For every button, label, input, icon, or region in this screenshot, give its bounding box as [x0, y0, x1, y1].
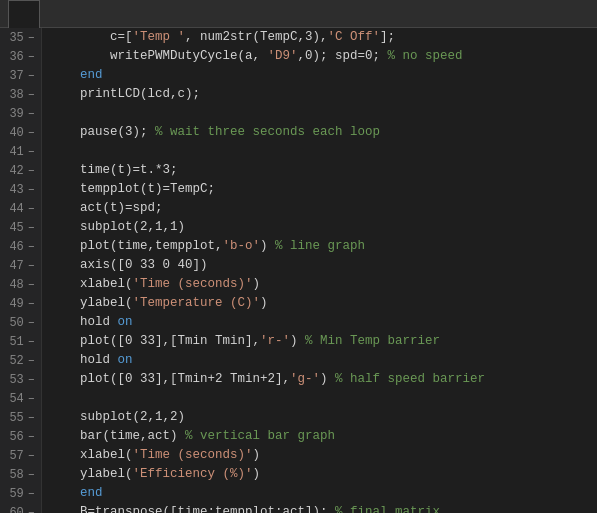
- line-number: 37: [9, 69, 23, 83]
- code-line: ylabel('Temperature (C)'): [50, 294, 597, 313]
- minus-indicator: –: [28, 297, 35, 311]
- code-area[interactable]: c=['Temp ', num2str(TempC,3),'C Off']; w…: [42, 28, 597, 513]
- gutter-row: 36 –: [0, 47, 41, 66]
- token: [50, 484, 80, 503]
- code-line: act(t)=spd;: [50, 199, 597, 218]
- line-number: 55: [9, 411, 23, 425]
- token: tempplot(t)=TempC;: [50, 180, 215, 199]
- token: ylabel(: [50, 294, 133, 313]
- code-line: subplot(2,1,1): [50, 218, 597, 237]
- line-number: 44: [9, 202, 23, 216]
- minus-indicator: –: [28, 411, 35, 425]
- gutter-row: 58 –: [0, 465, 41, 484]
- minus-indicator: –: [28, 354, 35, 368]
- token: ];: [380, 28, 395, 47]
- minus-indicator: –: [28, 31, 35, 45]
- gutter-row: 45 –: [0, 218, 41, 237]
- minus-indicator: –: [28, 335, 35, 349]
- line-number: 49: [9, 297, 23, 311]
- token: ,0); spd=0;: [298, 47, 388, 66]
- gutter-row: 41 –: [0, 142, 41, 161]
- gutter-row: 50 –: [0, 313, 41, 332]
- minus-indicator: –: [28, 468, 35, 482]
- code-line: [50, 142, 597, 161]
- token: xlabel(: [50, 275, 133, 294]
- token: subplot(2,1,1): [50, 218, 185, 237]
- gutter-row: 56 –: [0, 427, 41, 446]
- line-number: 41: [9, 145, 23, 159]
- line-number: 39: [9, 107, 23, 121]
- minus-indicator: –: [28, 221, 35, 235]
- token: hold: [50, 313, 118, 332]
- token: end: [80, 484, 103, 503]
- token: % line graph: [275, 237, 365, 256]
- token: axis([0 33 0 40]): [50, 256, 208, 275]
- code-line: [50, 104, 597, 123]
- line-number: 60: [9, 506, 23, 514]
- minus-indicator: –: [28, 145, 35, 159]
- token: xlabel(: [50, 446, 133, 465]
- code-line: plot(time,tempplot,'b-o') % line graph: [50, 237, 597, 256]
- minus-indicator: –: [28, 183, 35, 197]
- gutter-row: 52 –: [0, 351, 41, 370]
- gutter-row: 46 –: [0, 237, 41, 256]
- tab[interactable]: [8, 0, 40, 28]
- token: ): [253, 446, 261, 465]
- line-number: 56: [9, 430, 23, 444]
- code-line: time(t)=t.*3;: [50, 161, 597, 180]
- gutter-row: 40 –: [0, 123, 41, 142]
- token: 'Time (seconds)': [133, 275, 253, 294]
- code-line: [50, 389, 597, 408]
- line-number: 46: [9, 240, 23, 254]
- minus-indicator: –: [28, 69, 35, 83]
- token: 'r-': [260, 332, 290, 351]
- token: , num2str(TempC,3),: [185, 28, 328, 47]
- line-number: 59: [9, 487, 23, 501]
- gutter-row: 43 –: [0, 180, 41, 199]
- line-number: 58: [9, 468, 23, 482]
- gutter-row: 44 –: [0, 199, 41, 218]
- line-number: 35: [9, 31, 23, 45]
- line-number: 43: [9, 183, 23, 197]
- code-line: c=['Temp ', num2str(TempC,3),'C Off'];: [50, 28, 597, 47]
- gutter-row: 47 –: [0, 256, 41, 275]
- minus-indicator: –: [28, 126, 35, 140]
- minus-indicator: –: [28, 88, 35, 102]
- token: % half speed barrier: [335, 370, 485, 389]
- token: ): [253, 275, 261, 294]
- title-bar: [0, 0, 597, 28]
- token: ): [290, 332, 305, 351]
- minus-indicator: –: [28, 506, 35, 514]
- code-line: subplot(2,1,2): [50, 408, 597, 427]
- token: plot([0 33],[Tmin Tmin],: [50, 332, 260, 351]
- gutter-row: 54 –: [0, 389, 41, 408]
- minus-indicator: –: [28, 278, 35, 292]
- token: pause(3);: [50, 123, 155, 142]
- token: [50, 66, 80, 85]
- line-number: 54: [9, 392, 23, 406]
- token: % final matrix: [335, 503, 440, 513]
- gutter-row: 35 –: [0, 28, 41, 47]
- code-line: hold on: [50, 351, 597, 370]
- line-number: 47: [9, 259, 23, 273]
- token: on: [118, 351, 133, 370]
- code-line: plot([0 33],[Tmin+2 Tmin+2],'g-') % half…: [50, 370, 597, 389]
- minus-indicator: –: [28, 164, 35, 178]
- code-line: axis([0 33 0 40]): [50, 256, 597, 275]
- minus-indicator: –: [28, 240, 35, 254]
- token: ): [260, 237, 275, 256]
- minus-indicator: –: [28, 430, 35, 444]
- gutter-row: 39 –: [0, 104, 41, 123]
- gutter-row: 60 –: [0, 503, 41, 513]
- gutter-row: 38 –: [0, 85, 41, 104]
- token: 'Efficiency (%)': [133, 465, 253, 484]
- code-line: end: [50, 484, 597, 503]
- token: 'Temp ': [133, 28, 186, 47]
- minus-indicator: –: [28, 50, 35, 64]
- line-number: 48: [9, 278, 23, 292]
- token: ): [260, 294, 268, 313]
- code-line: writePWMDutyCycle(a, 'D9',0); spd=0; % n…: [50, 47, 597, 66]
- minus-indicator: –: [28, 259, 35, 273]
- code-line: B=transpose([time;tempplot;act]); % fina…: [50, 503, 597, 513]
- line-number: 38: [9, 88, 23, 102]
